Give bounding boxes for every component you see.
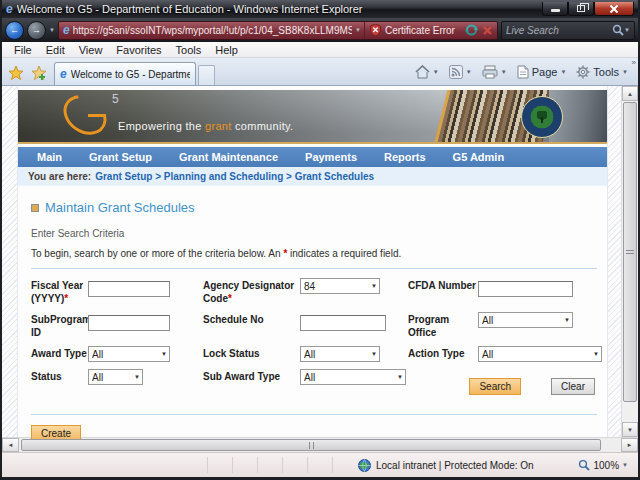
search-icon[interactable] (612, 24, 624, 36)
nav-reports[interactable]: Reports (384, 151, 426, 163)
menu-help[interactable]: Help (208, 44, 245, 56)
lock-status-select[interactable]: All▼ (300, 346, 380, 362)
zone-text: Local intranet | Protected Mode: On (376, 460, 534, 471)
back-button[interactable]: ← (5, 21, 24, 40)
award-type-dropdown-icon[interactable]: ▼ (159, 351, 167, 357)
vertical-scroll-thumb[interactable] (623, 102, 637, 402)
subprogram-id-input[interactable] (88, 315, 170, 331)
search-button[interactable]: Search (469, 378, 521, 395)
favorites-center-button[interactable] (4, 62, 27, 84)
program-office-select[interactable]: All▼ (478, 312, 573, 328)
gear-icon (576, 65, 590, 79)
refresh-icon[interactable] (465, 24, 478, 36)
tagline-pre: Empowering the (118, 120, 205, 132)
history-dropdown-icon[interactable]: ▼ (49, 27, 55, 33)
print-dropdown-icon[interactable]: ▼ (501, 69, 507, 75)
subprogram-id-label: SubProgram ID (31, 312, 88, 339)
portlet-icon[interactable] (31, 204, 39, 212)
action-type-select[interactable]: All▼ (478, 346, 602, 362)
tools-dropdown-icon[interactable]: ▼ (622, 69, 628, 75)
horizontal-scrollbar[interactable]: ◄ ► (2, 437, 638, 452)
close-button[interactable] (594, 2, 634, 16)
tab-title: Welcome to G5 - Department of Educa... (71, 69, 190, 80)
title-bar[interactable]: e Welcome to G5 - Department of Educatio… (2, 0, 638, 18)
nav-main[interactable]: Main (37, 151, 62, 163)
status-value: All (92, 372, 132, 383)
nav-payments[interactable]: Payments (305, 151, 357, 163)
lock-status-dropdown-icon[interactable]: ▼ (369, 351, 377, 357)
vertical-scroll-track[interactable] (622, 403, 638, 422)
minimize-icon (551, 9, 560, 12)
print-button[interactable]: ▼ (478, 61, 511, 83)
page-icon: e (63, 23, 70, 37)
forward-button[interactable]: → (27, 21, 46, 40)
search-options-dropdown-icon[interactable]: ▼ (624, 27, 630, 33)
live-search-box: ▼ (501, 21, 635, 40)
page-dropdown-icon[interactable]: ▼ (560, 69, 566, 75)
page-button[interactable]: Page ▼ (513, 61, 571, 83)
agency-designator-dropdown-icon[interactable]: ▼ (369, 283, 377, 289)
status-select[interactable]: All▼ (88, 369, 143, 385)
menu-view[interactable]: View (72, 44, 110, 56)
action-type-value: All (482, 349, 591, 360)
feeds-dropdown-icon[interactable]: ▼ (466, 69, 472, 75)
toolbar-overflow-chevron[interactable]: » (632, 58, 636, 67)
program-office-dropdown-icon[interactable]: ▼ (562, 317, 570, 323)
certificate-error-badge[interactable]: Certificate Error (364, 22, 460, 39)
favorites-star-icon (8, 65, 24, 81)
address-dropdown-icon[interactable]: ▼ (355, 27, 361, 33)
scroll-down-button[interactable]: ▼ (622, 422, 638, 437)
right-margin-hatch (608, 86, 621, 437)
vertical-scrollbar[interactable]: ▲ ▼ (621, 86, 638, 437)
nav-grant-setup[interactable]: Grant Setup (89, 151, 152, 163)
feeds-button[interactable]: ▼ (445, 61, 476, 83)
section-title: Enter Search Criteria (31, 228, 594, 239)
home-button[interactable]: ▼ (411, 61, 443, 83)
agency-designator-code-select[interactable]: 84▼ (300, 278, 380, 294)
zoom-dropdown-icon[interactable]: ▼ (622, 462, 628, 468)
schedule-no-input[interactable] (300, 315, 386, 331)
new-tab-stub[interactable] (198, 65, 215, 85)
scroll-left-button[interactable]: ◄ (2, 438, 19, 452)
status-dropdown-icon[interactable]: ▼ (132, 374, 140, 380)
command-bar: ▼ ▼ ▼ (411, 58, 636, 85)
menu-edit[interactable]: Edit (39, 44, 72, 56)
status-label: Status (31, 369, 88, 383)
breadcrumb-path[interactable]: Grant Setup > Planning and Scheduling > … (95, 171, 374, 182)
fiscal-year-input[interactable] (88, 281, 170, 297)
add-favorite-button[interactable] (27, 62, 50, 84)
sub-award-type-select[interactable]: All▼ (300, 369, 406, 385)
horizontal-scroll-track[interactable] (603, 438, 621, 452)
clear-button[interactable]: Clear (551, 378, 595, 395)
sub-award-type-value: All (304, 372, 395, 383)
url-text[interactable]: https://g5ani/ssoINT/wps/myportal/!ut/p/… (73, 25, 352, 36)
address-buttons (463, 24, 493, 36)
security-zone[interactable]: Local intranet | Protected Mode: On (358, 459, 534, 472)
action-type-dropdown-icon[interactable]: ▼ (591, 351, 599, 357)
award-type-select[interactable]: All▼ (88, 346, 170, 362)
browser-window: e Welcome to G5 - Department of Educatio… (0, 0, 640, 480)
menu-tools[interactable]: Tools (169, 44, 209, 56)
horizontal-scroll-thumb[interactable] (21, 439, 601, 451)
sub-award-type-dropdown-icon[interactable]: ▼ (395, 374, 403, 380)
address-field[interactable]: e https://g5ani/ssoINT/wps/myportal/!ut/… (58, 21, 498, 40)
restore-button[interactable] (568, 2, 594, 16)
instructions-post: indicates a required field. (287, 248, 401, 259)
tab-welcome-g5[interactable]: e Welcome to G5 - Department of Educa... (54, 62, 196, 85)
live-search-input[interactable] (506, 25, 612, 36)
main-navigation: Main Grant Setup Grant Maintenance Payme… (18, 147, 607, 167)
menu-favorites[interactable]: Favorites (109, 44, 168, 56)
tools-button[interactable]: Tools ▼ (572, 61, 632, 83)
zoom-control[interactable]: 100% ▼ (578, 459, 632, 471)
menu-bar: File Edit View Favorites Tools Help (2, 42, 638, 58)
minimize-button[interactable] (542, 2, 568, 16)
stop-icon[interactable] (482, 25, 493, 36)
scroll-up-button[interactable]: ▲ (622, 86, 638, 101)
award-type-value: All (92, 349, 159, 360)
scroll-right-button[interactable]: ► (621, 438, 638, 452)
home-dropdown-icon[interactable]: ▼ (433, 69, 439, 75)
menu-file[interactable]: File (7, 44, 39, 56)
cfda-number-input[interactable] (478, 281, 573, 297)
nav-g5-admin[interactable]: G5 Admin (453, 151, 505, 163)
nav-grant-maintenance[interactable]: Grant Maintenance (179, 151, 278, 163)
